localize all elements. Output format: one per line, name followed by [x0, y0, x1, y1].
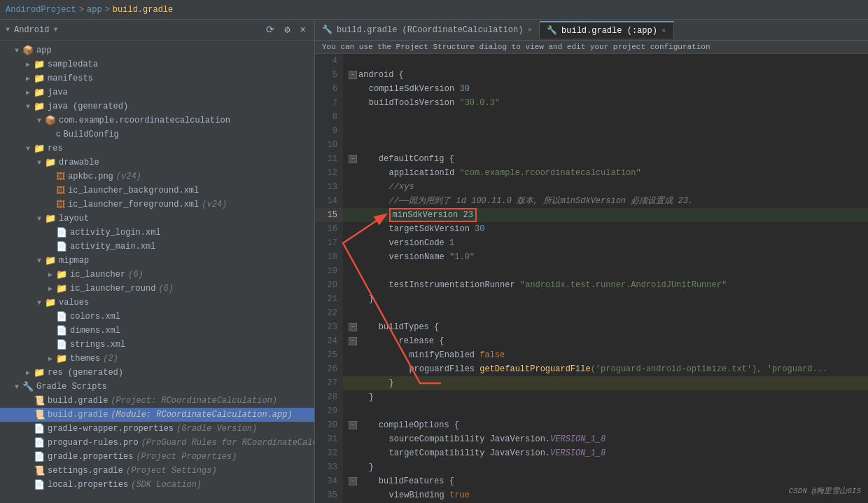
- info-text: You can use the Project Structure dialog…: [322, 43, 710, 51]
- line-num-18: 18: [315, 250, 343, 264]
- sidebar-item-app[interactable]: ▼ 📦 app: [0, 43, 314, 57]
- sidebar-item-values[interactable]: ▼ 📁 values: [0, 296, 314, 310]
- code-editor[interactable]: 4567891011121314151617181920212223242526…: [315, 54, 868, 503]
- sidebar-item-strings[interactable]: ▶ 📄 strings.xml: [0, 338, 314, 352]
- sidebar-item-colors[interactable]: ▶ 📄 colors.xml: [0, 310, 314, 324]
- sync-icon[interactable]: ⟳: [263, 22, 277, 37]
- breadcrumb-project[interactable]: AndirodProject: [6, 5, 76, 15]
- sidebar-dropdown-arrow[interactable]: ▼: [53, 26, 57, 34]
- sidebar-item-activity-login[interactable]: ▶ 📄 activity_login.xml: [0, 226, 314, 240]
- close-sidebar-icon[interactable]: ×: [298, 23, 309, 37]
- settings-icon[interactable]: ⚙: [281, 22, 293, 37]
- sidebar-item-package[interactable]: ▼ 📦 com.example.rcoordinatecalculation: [0, 113, 314, 128]
- sidebar-item-drawable[interactable]: ▼ 📁 drawable: [0, 156, 314, 170]
- code-token: //xys: [349, 180, 414, 194]
- sidebar-item-build-gradle-app[interactable]: ▶ 📜 build.gradle (Module: RCoordinateCal…: [0, 408, 314, 422]
- fold-btn-24[interactable]: −: [349, 337, 357, 345]
- line-num-13: 13: [315, 180, 343, 194]
- sidebar-item-ic-bg[interactable]: ▶ 🖼 ic_launcher_background.xml: [0, 184, 314, 198]
- line-num-35: 35: [315, 488, 343, 502]
- sidebar-item-res[interactable]: ▼ 📁 res: [0, 142, 314, 156]
- code-line-32: targetCompatibility JavaVersion.VERSION_…: [343, 446, 868, 460]
- code-line-10: [343, 138, 868, 152]
- line-num-20: 20: [315, 278, 343, 292]
- breadcrumb-module[interactable]: app: [87, 5, 102, 15]
- line-num-24: 24: [315, 334, 343, 348]
- code-token: "30.0.3": [459, 96, 500, 110]
- code-token: versionCode: [349, 236, 449, 250]
- tab-build-gradle-project[interactable]: 🔧 build.gradle (RCoordinateCalculation) …: [315, 22, 540, 38]
- sidebar-item-apkbc[interactable]: ▶ 🖼 apkbc.png (v24): [0, 170, 314, 184]
- code-line-20: testInstrumentationRunner "androidx.test…: [343, 278, 868, 292]
- code-token: }: [349, 376, 394, 390]
- sidebar-item-ic-launcher[interactable]: ▶ 📁 ic_launcher (6): [0, 268, 314, 282]
- sidebar-item-proguard[interactable]: ▶ 📄 proguard-rules.pro (ProGuard Rules f…: [0, 436, 314, 450]
- breadcrumb: AndirodProject > app > build.gradle: [0, 0, 868, 20]
- sidebar-item-manifests[interactable]: ▶ 📁 manifests: [0, 71, 314, 85]
- breadcrumb-sep2: >: [105, 5, 110, 15]
- sidebar-title[interactable]: Android: [14, 25, 49, 35]
- code-line-21: }: [343, 292, 868, 306]
- code-token: buildTypes: [358, 320, 434, 334]
- code-token: android: [358, 68, 393, 82]
- editor-wrapper: 4567891011121314151617181920212223242526…: [315, 54, 868, 503]
- sidebar-item-settings-gradle[interactable]: ▶ 📜 settings.gradle (Project Settings): [0, 464, 314, 478]
- code-line-15: minSdkVersion 23: [343, 208, 868, 222]
- line-num-22: 22: [315, 306, 343, 320]
- sidebar-item-local-properties[interactable]: ▶ 📄 local.properties (SDK Location): [0, 478, 314, 492]
- line-num-4: 4: [315, 54, 343, 68]
- code-token: "androidx.test.runner.AndroidJUnitRunner…: [520, 278, 727, 292]
- code-line-14: //——因为用到了 id 100.11.0 版本, 所以minSdkVersio…: [343, 194, 868, 208]
- line-num-34: 34: [315, 474, 343, 488]
- fold-btn-30[interactable]: −: [349, 421, 357, 429]
- fold-btn-5[interactable]: −: [349, 71, 357, 79]
- fold-btn-23[interactable]: −: [349, 323, 357, 331]
- tab-close-1[interactable]: ×: [527, 26, 532, 34]
- code-token: targetSdkVersion: [349, 222, 475, 236]
- code-token: 30: [475, 222, 484, 236]
- sidebar-dropdown-icon: ▼: [6, 26, 10, 34]
- line-num-25: 25: [315, 348, 343, 362]
- code-token: "com.example.rcoordinatecalculation": [459, 166, 640, 180]
- code-token: }: [349, 292, 374, 306]
- sidebar-item-ic-fg[interactable]: ▶ 🖼 ic_launcher_foreground.xml (v24): [0, 198, 314, 212]
- tab-label-1: build.gradle (RCoordinateCalculation): [337, 25, 523, 35]
- code-content[interactable]: −android { compileSdkVersion 30 buildToo…: [343, 54, 868, 503]
- line-num-26: 26: [315, 362, 343, 376]
- file-tree: ▼ 📦 app ▶ 📁 sampledata ▶ 📁 manifests: [0, 41, 314, 503]
- sidebar-item-sampledata[interactable]: ▶ 📁 sampledata: [0, 57, 314, 71]
- line-num-16: 16: [315, 222, 343, 236]
- sidebar-item-java[interactable]: ▶ 📁 java: [0, 85, 314, 99]
- code-line-22: [343, 306, 868, 320]
- code-token: VERSION_1_8: [550, 446, 606, 460]
- tab-build-gradle-app[interactable]: 🔧 build.gradle (:app) ×: [540, 21, 673, 39]
- sidebar-item-java-generated[interactable]: ▼ 📁 java (generated): [0, 99, 314, 113]
- sidebar-item-gradle-properties[interactable]: ▶ 📄 gradle.properties (Project Propertie…: [0, 450, 314, 464]
- code-token: [349, 208, 389, 222]
- code-line-28: }: [343, 390, 868, 404]
- line-num-27: 27: [315, 376, 343, 390]
- sidebar-item-buildconfig[interactable]: ▶ C BuildConfig: [0, 128, 314, 142]
- code-line-12: applicationId "com.example.rcoordinateca…: [343, 166, 868, 180]
- sidebar-item-build-gradle-project[interactable]: ▶ 📜 build.gradle (Project: RCoordinateCa…: [0, 394, 314, 408]
- line-num-17: 17: [315, 236, 343, 250]
- sidebar-item-gradle-scripts[interactable]: ▼ 🔧 Gradle Scripts: [0, 380, 314, 394]
- tab-gradle-icon-1: 🔧: [322, 25, 332, 35]
- code-line-5: −android {: [343, 68, 868, 82]
- sidebar-item-activity-main[interactable]: ▶ 📄 activity_main.xml: [0, 240, 314, 254]
- sidebar-item-ic-launcher-round[interactable]: ▶ 📁 ic_launcher_round (6): [0, 282, 314, 296]
- sidebar-item-gradle-wrapper[interactable]: ▶ 📄 gradle-wrapper.properties (Gradle Ve…: [0, 422, 314, 436]
- fold-btn-34[interactable]: −: [349, 477, 357, 485]
- sidebar-item-dimens[interactable]: ▶ 📄 dimens.xml: [0, 324, 314, 338]
- code-line-9: [343, 124, 868, 138]
- code-token: proguardFiles: [349, 362, 479, 376]
- tab-close-2[interactable]: ×: [662, 27, 666, 35]
- sidebar-item-res-generated[interactable]: ▶ 📁 res (generated): [0, 366, 314, 380]
- code-line-24: − release {: [343, 334, 868, 348]
- sidebar-item-themes[interactable]: ▶ 📁 themes (2): [0, 352, 314, 366]
- sidebar-item-mipmap[interactable]: ▼ 📁 mipmap: [0, 254, 314, 268]
- fold-btn-11[interactable]: −: [349, 155, 357, 163]
- tab-label-2: build.gradle (:app): [561, 26, 657, 36]
- code-token: compileSdkVersion: [349, 82, 459, 96]
- sidebar-item-layout[interactable]: ▼ 📁 layout: [0, 212, 314, 226]
